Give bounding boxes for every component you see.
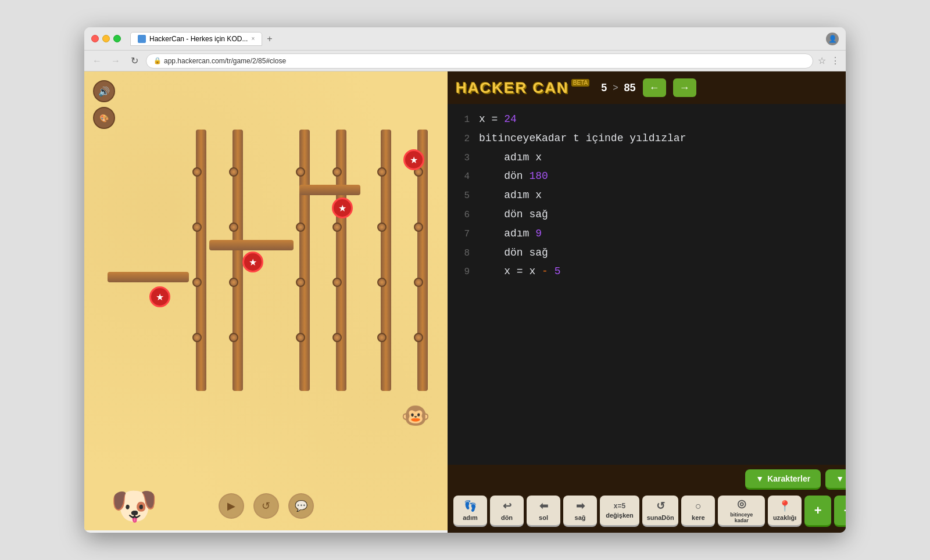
code-text-7: adım 9	[479, 225, 542, 242]
code-editor[interactable]: 1 x = 24 2 bitinceyeKadar t içinde yıldı…	[448, 104, 846, 465]
content-area: 🔊 🎨	[84, 71, 846, 533]
code-line-8: 8 dön sağ	[453, 243, 846, 263]
url-text: app.hackercan.com/tr/game/2/85#close	[164, 57, 286, 65]
adim-label: adım	[463, 514, 478, 521]
uzakligi-icon: 📍	[778, 500, 791, 512]
traffic-lights	[91, 35, 121, 42]
chat-game-btn[interactable]: 💬	[288, 493, 314, 519]
code-text-9: x = x - 5	[479, 263, 560, 280]
sag-label: sağ	[575, 514, 586, 521]
bookmark-btn[interactable]: ☆	[818, 55, 826, 66]
level-current: 5	[601, 82, 607, 94]
don-label: dön	[501, 514, 513, 521]
knob-20	[414, 333, 423, 342]
characters-icon: ▼	[756, 474, 764, 483]
refresh-btn[interactable]: ↻	[127, 54, 141, 68]
kere-block[interactable]: ○ kere	[681, 496, 715, 527]
knob-6	[332, 167, 342, 177]
knob-1	[192, 167, 202, 177]
code-text-2: bitinceyeKadar t içinde yıldızlar	[479, 130, 686, 147]
kere-icon: ○	[695, 500, 702, 512]
hacker-can-logo: HACKER CAN BETA	[456, 79, 589, 97]
star-ring-4	[149, 286, 170, 307]
knob-23	[296, 333, 305, 342]
code-text-4: dön 180	[479, 168, 548, 185]
line-num-5: 5	[453, 189, 470, 204]
adim-icon: 👣	[464, 500, 477, 512]
kere-label: kere	[692, 514, 705, 521]
objects-btn[interactable]: ▼ Objeler	[825, 469, 846, 490]
knob-17	[377, 278, 387, 287]
knob-11	[296, 278, 305, 287]
code-line-1: 1 x = 24	[453, 110, 846, 129]
sag-block[interactable]: ➡ sağ	[563, 496, 597, 527]
action-buttons-row: ▼ Karakterler ▼ Objeler ▼ Sayılar	[448, 465, 846, 492]
prev-level-btn[interactable]: ←	[643, 78, 666, 97]
line-num-9: 9	[453, 265, 470, 280]
bitinceye-icon: ◎	[737, 497, 746, 510]
knob-7	[296, 222, 305, 232]
degisken-block[interactable]: x=5 değişken	[600, 496, 639, 527]
sunadon-label: sunaDön	[647, 514, 674, 521]
sound-btn[interactable]: 🔊	[93, 80, 115, 102]
reset-game-btn[interactable]: ↺	[253, 493, 279, 519]
star-4	[148, 285, 171, 308]
platform-1	[299, 185, 360, 195]
close-window-btn[interactable]	[91, 35, 99, 42]
code-line-7: 7 adım 9	[453, 224, 846, 243]
flying-character: 🐵	[401, 404, 430, 427]
active-tab[interactable]: HackerCan - Herkes için KOD... ×	[130, 32, 262, 46]
characters-btn[interactable]: ▼ Karakterler	[745, 469, 821, 490]
knob-4	[229, 222, 238, 232]
maximize-window-btn[interactable]	[113, 35, 121, 42]
code-text-5: adım x	[479, 187, 542, 204]
title-bar: HackerCan - Herkes için KOD... × + 👤	[84, 27, 846, 51]
new-tab-btn[interactable]: +	[264, 34, 274, 44]
play-game-btn[interactable]: ▶	[219, 493, 244, 519]
next-level-icon: →	[679, 82, 690, 94]
sol-block[interactable]: ⬅ sol	[527, 496, 560, 527]
code-line-5: 5 adım x	[453, 186, 846, 205]
minimize-window-btn[interactable]	[102, 35, 110, 42]
uzakligi-label: uzaklığı	[773, 514, 796, 521]
line-num-2: 2	[453, 132, 470, 147]
bitinceye-block[interactable]: ◎ bitinceye kadar	[718, 496, 765, 527]
tab-close-btn[interactable]: ×	[251, 35, 255, 42]
knob-2	[229, 167, 238, 177]
don-block[interactable]: ↩ dön	[490, 496, 524, 527]
line-num-1: 1	[453, 113, 470, 128]
code-line-2: 2 bitinceyeKadar t içinde yıldızlar	[453, 129, 846, 148]
code-text-8: dön sağ	[479, 245, 548, 261]
star-1	[402, 148, 425, 171]
degisken-icon: x=5	[614, 502, 625, 510]
code-line-4: 4 dön 180	[453, 167, 846, 186]
next-level-btn[interactable]: →	[673, 78, 696, 97]
knob-3	[192, 222, 202, 232]
star-ring-3	[242, 252, 263, 272]
knob-24	[332, 333, 342, 342]
knob-16	[414, 222, 423, 232]
prev-level-icon: ←	[649, 82, 660, 94]
line-num-6: 6	[453, 208, 470, 223]
forward-btn[interactable]: →	[109, 54, 123, 68]
url-bar[interactable]: 🔒 app.hackercan.com/tr/game/2/85#close	[146, 53, 813, 69]
minus-btn[interactable]: −	[834, 496, 846, 527]
profile-icon[interactable]: 👤	[826, 33, 839, 45]
star-ring-2	[332, 198, 353, 218]
game-top-controls: 🔊 🎨	[93, 80, 115, 129]
knob-8	[332, 222, 342, 232]
back-btn[interactable]: ←	[90, 54, 104, 68]
degisken-label: değişken	[606, 512, 634, 519]
sol-icon: ⬅	[539, 500, 548, 512]
sol-label: sol	[539, 514, 548, 521]
settings-btn[interactable]: 🎨	[93, 107, 115, 129]
uzakligi-block[interactable]: 📍 uzaklığı	[768, 496, 802, 527]
plus-btn[interactable]: +	[804, 496, 831, 527]
sunadon-block[interactable]: ↺ sunaDön	[642, 496, 678, 527]
bottom-toolbar: ▼ Karakterler ▼ Objeler ▼ Sayılar	[448, 465, 846, 533]
star-ring-1	[403, 149, 424, 170]
browser-menu-btn[interactable]: ⋮	[831, 55, 840, 66]
adim-block[interactable]: 👣 adım	[453, 496, 487, 527]
line-num-7: 7	[453, 227, 470, 242]
browser-window: HackerCan - Herkes için KOD... × + 👤 ← →…	[84, 27, 846, 533]
